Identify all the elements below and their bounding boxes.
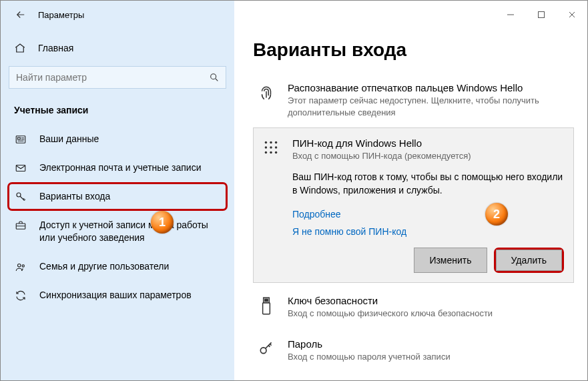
svg-rect-20: [265, 300, 266, 302]
maximize-button[interactable]: [526, 1, 557, 28]
svg-point-22: [260, 348, 266, 354]
svg-point-15: [265, 151, 267, 153]
option-fingerprint-sub: Этот параметр сейчас недоступен. Щелкнит…: [288, 95, 574, 118]
option-pin-title: ПИН-код для Windows Hello: [292, 137, 564, 149]
key-icon: [256, 338, 277, 363]
svg-point-11: [275, 141, 277, 143]
option-fingerprint[interactable]: Распознавание отпечатков пальцев Windows…: [253, 73, 574, 127]
svg-rect-0: [539, 12, 545, 18]
close-button[interactable]: [557, 1, 587, 28]
svg-point-8: [22, 265, 24, 267]
sidebar-item-email-accounts[interactable]: Электронная почта и учетные записи: [7, 153, 228, 182]
svg-point-17: [275, 151, 277, 153]
sidebar-section-title: Учетные записи: [7, 98, 228, 125]
sidebar-item-label: Ваши данные: [39, 133, 99, 145]
pin-learn-more-link[interactable]: Подробнее: [292, 209, 564, 220]
option-fingerprint-title: Распознавание отпечатков пальцев Windows…: [288, 82, 574, 93]
id-card-icon: [14, 133, 27, 145]
sidebar-item-sign-in-options[interactable]: Варианты входа: [7, 182, 228, 211]
sidebar: Главная Учетные записи Ваши данные Э: [1, 29, 234, 380]
svg-point-1: [211, 74, 216, 79]
sidebar-item-work-access[interactable]: Доступ к учетной записи места работы или…: [7, 211, 228, 252]
search-input[interactable]: [9, 72, 203, 83]
content: Варианты входа Распознавание отпечатков …: [234, 29, 587, 380]
option-password[interactable]: Пароль Вход с помощью пароля учетной зап…: [253, 329, 574, 372]
option-security-key-title: Ключ безопасности: [288, 295, 574, 306]
annotation-badge-1: 1: [151, 211, 174, 234]
svg-point-13: [270, 146, 272, 148]
fingerprint-icon: [256, 82, 277, 118]
usb-key-icon: [256, 295, 277, 320]
sidebar-home-label: Главная: [38, 43, 73, 53]
mail-icon: [14, 162, 27, 174]
back-button[interactable]: [7, 1, 34, 28]
sidebar-item-label: Синхронизация ваших параметров: [39, 289, 192, 302]
option-pin[interactable]: ПИН-код для Windows Hello Вход с помощью…: [260, 137, 564, 162]
annotation-badge-2: 2: [485, 203, 508, 226]
window-title: Параметры: [38, 10, 84, 20]
svg-rect-4: [16, 165, 25, 171]
key-icon: [14, 191, 27, 203]
sidebar-item-family[interactable]: Семья и другие пользователи: [7, 252, 228, 281]
pin-description: Ваш ПИН-код готов к тому, чтобы вы с пом…: [292, 170, 564, 198]
sidebar-item-sync[interactable]: Синхронизация ваших параметров: [7, 281, 228, 310]
option-password-title: Пароль: [288, 338, 574, 350]
sidebar-item-label: Электронная почта и учетные записи: [39, 161, 201, 174]
home-icon: [14, 42, 26, 54]
svg-point-9: [265, 141, 267, 143]
svg-rect-19: [263, 303, 270, 314]
remove-button-highlight: Удалить: [494, 248, 564, 273]
sidebar-item-label: Варианты входа: [39, 190, 110, 203]
option-security-key[interactable]: Ключ безопасности Вход с помощью физичес…: [253, 286, 574, 329]
svg-point-10: [270, 141, 272, 143]
svg-point-16: [270, 151, 272, 153]
search-icon: [203, 72, 226, 83]
svg-point-14: [275, 146, 277, 148]
svg-rect-21: [267, 300, 268, 302]
svg-rect-3: [18, 137, 21, 139]
sidebar-item-label: Доступ к учетной записи места работы или…: [39, 219, 221, 244]
svg-point-7: [18, 264, 21, 267]
pin-forgot-link[interactable]: Я не помню свой ПИН-код: [292, 226, 564, 237]
svg-point-5: [17, 193, 21, 197]
sidebar-item-your-info[interactable]: Ваши данные: [7, 125, 228, 153]
svg-point-12: [265, 146, 267, 148]
briefcase-icon: [14, 220, 27, 232]
pin-change-button[interactable]: Изменить: [414, 248, 487, 273]
sidebar-item-label: Семья и другие пользователи: [39, 260, 169, 273]
option-password-sub: Вход с помощью пароля учетной записи: [288, 351, 574, 363]
option-security-key-sub: Вход с помощью физического ключа безопас…: [288, 308, 574, 320]
pin-pad-icon: [260, 137, 282, 162]
option-pin-card: ПИН-код для Windows Hello Вход с помощью…: [253, 127, 574, 283]
minimize-button[interactable]: [495, 1, 526, 28]
pin-remove-button[interactable]: Удалить: [496, 250, 562, 271]
page-title: Варианты входа: [253, 39, 574, 61]
people-icon: [14, 261, 27, 273]
search-box[interactable]: [9, 66, 226, 89]
option-pin-sub: Вход с помощью ПИН-кода (рекомендуется): [292, 150, 564, 162]
sidebar-home[interactable]: Главная: [7, 35, 228, 61]
sync-icon: [14, 290, 27, 302]
